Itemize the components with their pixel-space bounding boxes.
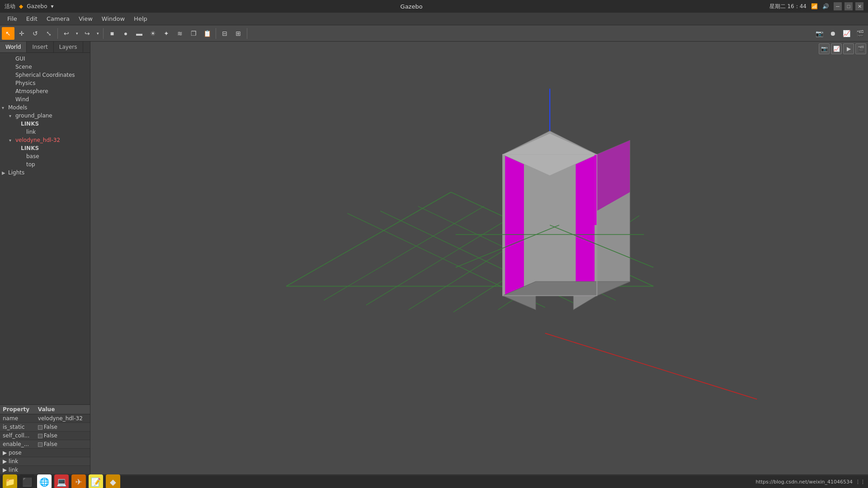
- prop-header-value: Value: [35, 405, 90, 414]
- plot-button[interactable]: 📈: [840, 27, 853, 40]
- snap-button[interactable]: ⊞: [232, 27, 245, 40]
- menubar: File Edit Camera View Window Help: [0, 13, 868, 25]
- screenshot-button[interactable]: 📷: [813, 27, 826, 40]
- screenshot-vp-button[interactable]: 📷: [819, 43, 830, 54]
- menu-help[interactable]: Help: [129, 14, 152, 24]
- sysbar-right: https://blog.csdn.net/weixin_41046534 ⋮⋮: [755, 479, 865, 485]
- sysbar-url: https://blog.csdn.net/weixin_41046534: [755, 479, 853, 485]
- app-dropdown[interactable]: ▾: [51, 3, 54, 9]
- taskbar-notes-icon[interactable]: 📝: [89, 474, 103, 488]
- taskbar-ide-icon[interactable]: 💻: [54, 474, 69, 488]
- atmosphere-label: Atmosphere: [15, 88, 48, 94]
- prop-name-link2[interactable]: ▶ link: [0, 466, 35, 474]
- insert-spotlight-button[interactable]: ✦: [160, 27, 173, 40]
- rotate-tool-button[interactable]: ↺: [29, 27, 42, 40]
- menu-view[interactable]: View: [74, 14, 97, 24]
- prop-name-pose[interactable]: ▶ pose: [0, 449, 35, 457]
- tab-insert[interactable]: Insert: [27, 42, 53, 52]
- ground-link-label: link: [26, 129, 36, 135]
- tree-item-wind[interactable]: Wind: [0, 95, 90, 103]
- redo-button[interactable]: ↪: [81, 27, 94, 40]
- system-taskbar: 📁 ⬛ 🌐 💻 ✈ 📝 ◆ https://blog.csdn.net/weix…: [0, 475, 868, 488]
- app-name[interactable]: Gazebo: [27, 3, 47, 9]
- tree-item-ground-links[interactable]: LINKS: [0, 120, 90, 128]
- gui-label: GUI: [15, 56, 25, 62]
- tree-item-scene[interactable]: Scene: [0, 63, 90, 71]
- spherical-label: Spherical Coordinates: [15, 72, 75, 78]
- record-button[interactable]: ⏺: [826, 27, 839, 40]
- physics-label: Physics: [15, 80, 35, 86]
- insert-sphere-button[interactable]: ●: [119, 27, 132, 40]
- record-vp-button[interactable]: ▶: [843, 43, 854, 54]
- tree-item-gui[interactable]: GUI: [0, 55, 90, 63]
- menu-edit[interactable]: Edit: [22, 14, 42, 24]
- toolbar: ↖ ✛ ↺ ⤡ ↩ ▾ ↪ ▾ ■ ● ▬ ☀ ✦ ≋ ❐ 📋 ⊟ ⊞ 📷 ⏺ …: [0, 25, 868, 42]
- 3d-viewport[interactable]: 📷 📈 ▶ 🎬: [90, 42, 868, 474]
- tree-item-base[interactable]: base: [0, 152, 90, 160]
- copy-button[interactable]: ❐: [187, 27, 200, 40]
- taskbar-files-icon[interactable]: 📁: [3, 474, 17, 488]
- tree-item-lights[interactable]: ▶ Lights: [0, 169, 90, 177]
- titlebar: 活动 ◆ Gazebo ▾ Gazebo 星期二 16：44 📶 🔊 ─ □ ✕: [0, 0, 868, 13]
- table-row: name velodyne_hdl-32: [0, 414, 90, 423]
- table-row: ▶ pose: [0, 449, 90, 457]
- insert-cylinder-button[interactable]: ▬: [133, 27, 146, 40]
- top-label: top: [26, 161, 35, 168]
- tree-item-atmosphere[interactable]: Atmosphere: [0, 87, 90, 95]
- video-button[interactable]: 🎬: [854, 27, 866, 40]
- taskbar-mail-icon[interactable]: ✈: [71, 474, 86, 488]
- svg-rect-23: [505, 155, 524, 296]
- models-arrow: ▾: [2, 105, 6, 110]
- tree-item-vel-links[interactable]: LINKS: [0, 144, 90, 152]
- close-button[interactable]: ✕: [855, 2, 863, 10]
- tree-item-spherical-coordinates[interactable]: Spherical Coordinates: [0, 71, 90, 79]
- minimize-button[interactable]: ─: [834, 2, 842, 10]
- undo-button[interactable]: ↩: [60, 27, 73, 40]
- video-vp-button[interactable]: 🎬: [855, 43, 866, 54]
- prop-value-name[interactable]: velodyne_hdl-32: [35, 414, 90, 423]
- is-static-checkbox[interactable]: [38, 425, 42, 430]
- tab-world[interactable]: World: [0, 42, 27, 52]
- prop-value-enable-wind[interactable]: False: [35, 440, 90, 449]
- tree-item-physics[interactable]: Physics: [0, 79, 90, 87]
- translate-tool-button[interactable]: ✛: [15, 27, 28, 40]
- toolbar-sep-3: [216, 28, 216, 39]
- prop-name-link1[interactable]: ▶ link: [0, 457, 35, 466]
- menu-camera[interactable]: Camera: [42, 14, 74, 24]
- menu-window[interactable]: Window: [97, 14, 129, 24]
- redo-dropdown-button[interactable]: ▾: [94, 27, 101, 40]
- plot-vp-button[interactable]: 📈: [831, 43, 842, 54]
- network-icon: 📶: [811, 3, 818, 9]
- self-collide-checkbox[interactable]: [38, 434, 42, 438]
- scale-tool-button[interactable]: ⤡: [42, 27, 55, 40]
- undo-dropdown-button[interactable]: ▾: [74, 27, 80, 40]
- prop-value-self-collide[interactable]: False: [35, 432, 90, 440]
- tree-item-models[interactable]: ▾ Models: [0, 103, 90, 112]
- enable-wind-checkbox[interactable]: [38, 442, 42, 447]
- insert-dirlight-button[interactable]: ≋: [174, 27, 186, 40]
- prop-value-is-static[interactable]: False: [35, 423, 90, 432]
- insert-pointlight-button[interactable]: ☀: [146, 27, 159, 40]
- toolbar-sep-2: [103, 28, 104, 39]
- tree-item-ground-plane[interactable]: ▾ ground_plane: [0, 112, 90, 120]
- select-tool-button[interactable]: ↖: [2, 27, 14, 40]
- menu-file[interactable]: File: [3, 14, 22, 24]
- vel-links-label: LINKS: [21, 145, 39, 151]
- taskbar-terminal-icon[interactable]: ⬛: [20, 474, 34, 488]
- maximize-button[interactable]: □: [844, 2, 853, 10]
- taskbar-gazebo-icon[interactable]: ◆: [106, 474, 120, 488]
- main-area: World Insert Layers GUI Scene Spherical …: [0, 42, 868, 474]
- table-row: enable_... False: [0, 440, 90, 449]
- viewport-controls: 📷 📈 ▶ 🎬: [819, 43, 866, 54]
- tree-item-top[interactable]: top: [0, 160, 90, 169]
- lights-label: Lights: [8, 169, 24, 176]
- tree-item-velodyne[interactable]: ▾ velodyne_hdl-32: [0, 136, 90, 144]
- tree-item-ground-link[interactable]: link: [0, 128, 90, 136]
- align-button[interactable]: ⊟: [218, 27, 231, 40]
- taskbar-apps: 📁 ⬛ 🌐 💻 ✈ 📝 ◆: [3, 474, 120, 488]
- tab-layers[interactable]: Layers: [54, 42, 83, 52]
- paste-button[interactable]: 📋: [201, 27, 213, 40]
- taskbar-chrome-icon[interactable]: 🌐: [37, 474, 52, 488]
- ground-arrow: ▾: [9, 113, 14, 118]
- insert-box-button[interactable]: ■: [106, 27, 118, 40]
